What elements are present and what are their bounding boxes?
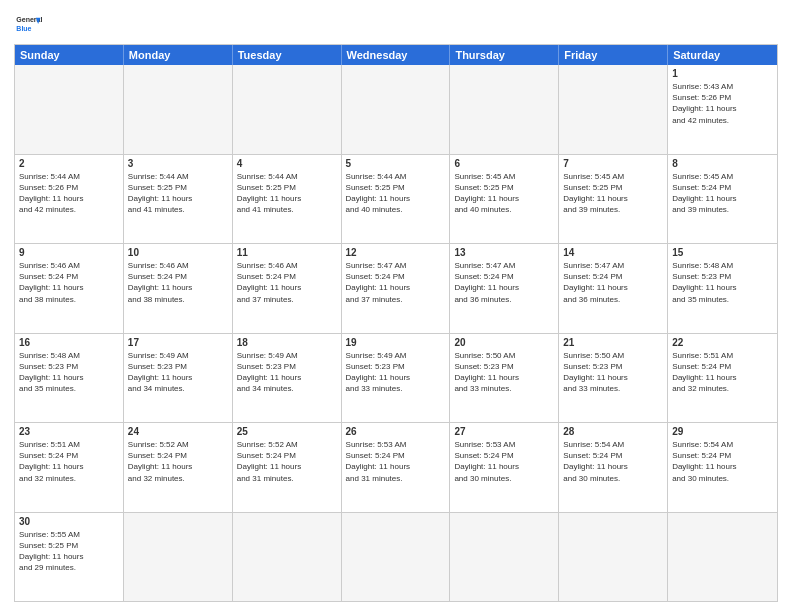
day-number: 16 <box>19 337 119 348</box>
calendar-cell-r1c6: 8Sunrise: 5:45 AM Sunset: 5:24 PM Daylig… <box>668 155 777 244</box>
calendar: SundayMondayTuesdayWednesdayThursdayFrid… <box>14 44 778 602</box>
calendar-cell-r2c5: 14Sunrise: 5:47 AM Sunset: 5:24 PM Dayli… <box>559 244 668 333</box>
day-info: Sunrise: 5:44 AM Sunset: 5:25 PM Dayligh… <box>346 171 446 216</box>
day-info: Sunrise: 5:49 AM Sunset: 5:23 PM Dayligh… <box>346 350 446 395</box>
day-number: 8 <box>672 158 773 169</box>
day-number: 5 <box>346 158 446 169</box>
calendar-cell-r3c0: 16Sunrise: 5:48 AM Sunset: 5:23 PM Dayli… <box>15 334 124 423</box>
day-info: Sunrise: 5:46 AM Sunset: 5:24 PM Dayligh… <box>19 260 119 305</box>
svg-rect-0 <box>16 12 41 37</box>
day-number: 27 <box>454 426 554 437</box>
day-info: Sunrise: 5:45 AM Sunset: 5:24 PM Dayligh… <box>672 171 773 216</box>
calendar-cell-r2c3: 12Sunrise: 5:47 AM Sunset: 5:24 PM Dayli… <box>342 244 451 333</box>
calendar-cell-r4c2: 25Sunrise: 5:52 AM Sunset: 5:24 PM Dayli… <box>233 423 342 512</box>
day-number: 14 <box>563 247 663 258</box>
calendar-cell-r4c6: 29Sunrise: 5:54 AM Sunset: 5:24 PM Dayli… <box>668 423 777 512</box>
day-number: 26 <box>346 426 446 437</box>
calendar-cell-r5c3 <box>342 513 451 602</box>
day-number: 7 <box>563 158 663 169</box>
calendar-cell-r3c5: 21Sunrise: 5:50 AM Sunset: 5:23 PM Dayli… <box>559 334 668 423</box>
day-info: Sunrise: 5:53 AM Sunset: 5:24 PM Dayligh… <box>454 439 554 484</box>
day-info: Sunrise: 5:45 AM Sunset: 5:25 PM Dayligh… <box>454 171 554 216</box>
svg-text:Blue: Blue <box>16 25 31 32</box>
day-number: 23 <box>19 426 119 437</box>
day-number: 3 <box>128 158 228 169</box>
day-info: Sunrise: 5:54 AM Sunset: 5:24 PM Dayligh… <box>563 439 663 484</box>
weekday-header-wednesday: Wednesday <box>342 45 451 65</box>
day-info: Sunrise: 5:47 AM Sunset: 5:24 PM Dayligh… <box>346 260 446 305</box>
day-info: Sunrise: 5:55 AM Sunset: 5:25 PM Dayligh… <box>19 529 119 574</box>
day-number: 21 <box>563 337 663 348</box>
weekday-header-tuesday: Tuesday <box>233 45 342 65</box>
day-number: 22 <box>672 337 773 348</box>
day-number: 10 <box>128 247 228 258</box>
day-info: Sunrise: 5:47 AM Sunset: 5:24 PM Dayligh… <box>454 260 554 305</box>
calendar-row-3: 16Sunrise: 5:48 AM Sunset: 5:23 PM Dayli… <box>15 333 777 423</box>
day-number: 6 <box>454 158 554 169</box>
day-info: Sunrise: 5:44 AM Sunset: 5:25 PM Dayligh… <box>128 171 228 216</box>
header: General Blue <box>14 10 778 38</box>
calendar-cell-r4c0: 23Sunrise: 5:51 AM Sunset: 5:24 PM Dayli… <box>15 423 124 512</box>
day-number: 24 <box>128 426 228 437</box>
calendar-row-0: 1Sunrise: 5:43 AM Sunset: 5:26 PM Daylig… <box>15 65 777 154</box>
day-number: 19 <box>346 337 446 348</box>
day-info: Sunrise: 5:52 AM Sunset: 5:24 PM Dayligh… <box>237 439 337 484</box>
calendar-header: SundayMondayTuesdayWednesdayThursdayFrid… <box>15 45 777 65</box>
day-number: 11 <box>237 247 337 258</box>
calendar-cell-r0c0 <box>15 65 124 154</box>
weekday-header-monday: Monday <box>124 45 233 65</box>
calendar-cell-r3c1: 17Sunrise: 5:49 AM Sunset: 5:23 PM Dayli… <box>124 334 233 423</box>
day-info: Sunrise: 5:49 AM Sunset: 5:23 PM Dayligh… <box>128 350 228 395</box>
calendar-cell-r1c4: 6Sunrise: 5:45 AM Sunset: 5:25 PM Daylig… <box>450 155 559 244</box>
day-number: 25 <box>237 426 337 437</box>
day-info: Sunrise: 5:50 AM Sunset: 5:23 PM Dayligh… <box>563 350 663 395</box>
calendar-cell-r5c2 <box>233 513 342 602</box>
calendar-body: 1Sunrise: 5:43 AM Sunset: 5:26 PM Daylig… <box>15 65 777 601</box>
page: General Blue SundayMondayTuesdayWednesda… <box>0 0 792 612</box>
logo: General Blue <box>14 10 46 38</box>
day-info: Sunrise: 5:44 AM Sunset: 5:25 PM Dayligh… <box>237 171 337 216</box>
calendar-cell-r5c4 <box>450 513 559 602</box>
day-number: 12 <box>346 247 446 258</box>
day-info: Sunrise: 5:50 AM Sunset: 5:23 PM Dayligh… <box>454 350 554 395</box>
calendar-cell-r5c6 <box>668 513 777 602</box>
calendar-cell-r3c6: 22Sunrise: 5:51 AM Sunset: 5:24 PM Dayli… <box>668 334 777 423</box>
day-number: 2 <box>19 158 119 169</box>
calendar-cell-r3c4: 20Sunrise: 5:50 AM Sunset: 5:23 PM Dayli… <box>450 334 559 423</box>
day-info: Sunrise: 5:47 AM Sunset: 5:24 PM Dayligh… <box>563 260 663 305</box>
weekday-header-sunday: Sunday <box>15 45 124 65</box>
calendar-cell-r4c5: 28Sunrise: 5:54 AM Sunset: 5:24 PM Dayli… <box>559 423 668 512</box>
calendar-cell-r2c2: 11Sunrise: 5:46 AM Sunset: 5:24 PM Dayli… <box>233 244 342 333</box>
day-info: Sunrise: 5:54 AM Sunset: 5:24 PM Dayligh… <box>672 439 773 484</box>
generalblue-logo-icon: General Blue <box>14 10 42 38</box>
day-number: 20 <box>454 337 554 348</box>
day-info: Sunrise: 5:44 AM Sunset: 5:26 PM Dayligh… <box>19 171 119 216</box>
weekday-header-saturday: Saturday <box>668 45 777 65</box>
day-number: 29 <box>672 426 773 437</box>
day-info: Sunrise: 5:48 AM Sunset: 5:23 PM Dayligh… <box>672 260 773 305</box>
calendar-cell-r2c4: 13Sunrise: 5:47 AM Sunset: 5:24 PM Dayli… <box>450 244 559 333</box>
calendar-cell-r0c1 <box>124 65 233 154</box>
calendar-cell-r2c6: 15Sunrise: 5:48 AM Sunset: 5:23 PM Dayli… <box>668 244 777 333</box>
day-number: 17 <box>128 337 228 348</box>
calendar-cell-r1c5: 7Sunrise: 5:45 AM Sunset: 5:25 PM Daylig… <box>559 155 668 244</box>
calendar-cell-r0c4 <box>450 65 559 154</box>
calendar-row-1: 2Sunrise: 5:44 AM Sunset: 5:26 PM Daylig… <box>15 154 777 244</box>
calendar-cell-r2c1: 10Sunrise: 5:46 AM Sunset: 5:24 PM Dayli… <box>124 244 233 333</box>
day-info: Sunrise: 5:46 AM Sunset: 5:24 PM Dayligh… <box>128 260 228 305</box>
calendar-cell-r0c3 <box>342 65 451 154</box>
calendar-row-4: 23Sunrise: 5:51 AM Sunset: 5:24 PM Dayli… <box>15 422 777 512</box>
calendar-cell-r4c3: 26Sunrise: 5:53 AM Sunset: 5:24 PM Dayli… <box>342 423 451 512</box>
calendar-cell-r0c6: 1Sunrise: 5:43 AM Sunset: 5:26 PM Daylig… <box>668 65 777 154</box>
calendar-cell-r1c2: 4Sunrise: 5:44 AM Sunset: 5:25 PM Daylig… <box>233 155 342 244</box>
calendar-cell-r1c0: 2Sunrise: 5:44 AM Sunset: 5:26 PM Daylig… <box>15 155 124 244</box>
calendar-row-2: 9Sunrise: 5:46 AM Sunset: 5:24 PM Daylig… <box>15 243 777 333</box>
day-info: Sunrise: 5:51 AM Sunset: 5:24 PM Dayligh… <box>19 439 119 484</box>
day-number: 15 <box>672 247 773 258</box>
day-number: 13 <box>454 247 554 258</box>
day-info: Sunrise: 5:45 AM Sunset: 5:25 PM Dayligh… <box>563 171 663 216</box>
calendar-row-5: 30Sunrise: 5:55 AM Sunset: 5:25 PM Dayli… <box>15 512 777 602</box>
calendar-cell-r5c1 <box>124 513 233 602</box>
calendar-cell-r3c2: 18Sunrise: 5:49 AM Sunset: 5:23 PM Dayli… <box>233 334 342 423</box>
day-number: 28 <box>563 426 663 437</box>
